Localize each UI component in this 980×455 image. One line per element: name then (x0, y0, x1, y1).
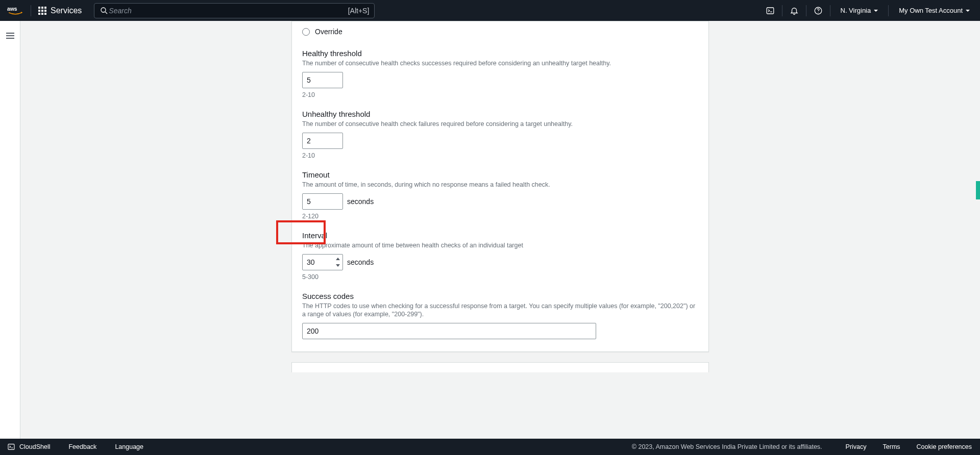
radio-icon (302, 28, 310, 36)
unhealthy-threshold-label: Unhealthy threshold (302, 110, 698, 118)
svg-rect-3 (767, 8, 774, 14)
interval-stepper[interactable] (334, 256, 341, 269)
field-healthy-threshold: Healthy threshold The number of consecut… (302, 49, 698, 98)
services-label: Services (51, 6, 82, 15)
search-icon (100, 6, 109, 15)
unhealthy-threshold-input[interactable] (302, 133, 343, 149)
language-label: Language (115, 443, 143, 450)
svg-point-6 (818, 12, 818, 13)
account-label: My Own Test Account (899, 7, 963, 14)
svg-point-1 (101, 8, 106, 12)
timeout-help: The amount of time, in seconds, during w… (302, 181, 698, 189)
field-unhealthy-threshold: Unhealthy threshold The number of consec… (302, 110, 698, 159)
language-button[interactable]: Language (106, 439, 153, 455)
top-nav: aws Services [Alt+S] N. Virginia My (0, 0, 980, 21)
cookies-link[interactable]: Cookie preferences (909, 443, 980, 450)
next-card-top (291, 362, 709, 372)
field-interval: Interval The approximate amount of time … (302, 231, 698, 281)
terms-link[interactable]: Terms (875, 443, 909, 450)
chevron-up-icon (336, 258, 340, 260)
interval-unit: seconds (347, 258, 374, 266)
footer-bar: CloudShell Feedback Language © 2023, Ama… (0, 439, 980, 455)
search-input[interactable] (109, 7, 348, 15)
healthy-threshold-range: 2-10 (302, 91, 698, 98)
svg-text:aws: aws (7, 6, 17, 12)
caret-down-icon (874, 10, 878, 12)
notifications-button[interactable] (782, 0, 806, 21)
success-codes-help: The HTTP codes to use when checking for … (302, 302, 698, 319)
timeout-unit: seconds (347, 197, 374, 206)
help-button[interactable] (806, 0, 830, 21)
unhealthy-threshold-help: The number of consecutive health check f… (302, 120, 698, 129)
healthy-threshold-label: Healthy threshold (302, 49, 698, 58)
svg-rect-7 (8, 444, 14, 450)
help-icon (814, 6, 823, 15)
caret-down-icon (966, 10, 970, 12)
services-menu[interactable]: Services (31, 6, 89, 15)
scroll-indicator (976, 181, 980, 199)
bell-icon (790, 6, 799, 15)
page-scroll[interactable]: Override Healthy threshold The number of… (20, 21, 980, 439)
copyright-text: © 2023, Amazon Web Services India Privat… (632, 443, 838, 450)
privacy-link[interactable]: Privacy (838, 443, 875, 450)
override-label: Override (315, 28, 342, 36)
terminal-icon (7, 443, 15, 451)
cloudshell-button[interactable]: CloudShell (0, 439, 59, 455)
search-wrap: [Alt+S] (94, 3, 375, 18)
health-check-settings-card: Override Healthy threshold The number of… (291, 21, 709, 352)
region-label: N. Virginia (841, 7, 871, 14)
cloudshell-label: CloudShell (19, 443, 50, 450)
aws-logo[interactable]: aws (0, 6, 31, 15)
success-codes-label: Success codes (302, 292, 698, 300)
field-timeout: Timeout The amount of time, in seconds, … (302, 170, 698, 220)
region-selector[interactable]: N. Virginia (830, 0, 889, 21)
feedback-button[interactable]: Feedback (59, 439, 106, 455)
svg-line-2 (106, 12, 108, 14)
terminal-icon (766, 6, 775, 15)
side-nav (0, 21, 20, 439)
unhealthy-threshold-range: 2-10 (302, 152, 698, 159)
nav-right: N. Virginia My Own Test Account (758, 0, 981, 21)
healthy-threshold-help: The number of consecutive health checks … (302, 59, 698, 68)
account-selector[interactable]: My Own Test Account (889, 0, 980, 21)
grid-icon (38, 7, 46, 15)
timeout-input[interactable] (302, 193, 343, 210)
healthy-threshold-input[interactable] (302, 72, 343, 88)
interval-label: Interval (302, 231, 698, 240)
success-codes-input[interactable] (302, 323, 596, 339)
search-bar[interactable]: [Alt+S] (94, 3, 375, 18)
cloudshell-icon-button[interactable] (758, 0, 782, 21)
interval-range: 5-300 (302, 273, 698, 281)
side-nav-toggle[interactable] (6, 31, 14, 439)
interval-help: The approximate amount of time between h… (302, 241, 698, 250)
field-success-codes: Success codes The HTTP codes to use when… (302, 292, 698, 340)
interval-value: 30 (307, 258, 315, 266)
search-shortcut: [Alt+S] (348, 7, 370, 15)
interval-input[interactable]: 30 (302, 254, 343, 270)
feedback-label: Feedback (68, 443, 96, 450)
override-option[interactable]: Override (302, 21, 698, 38)
timeout-range: 2-120 (302, 213, 698, 220)
chevron-down-icon (336, 264, 340, 267)
timeout-label: Timeout (302, 170, 698, 179)
